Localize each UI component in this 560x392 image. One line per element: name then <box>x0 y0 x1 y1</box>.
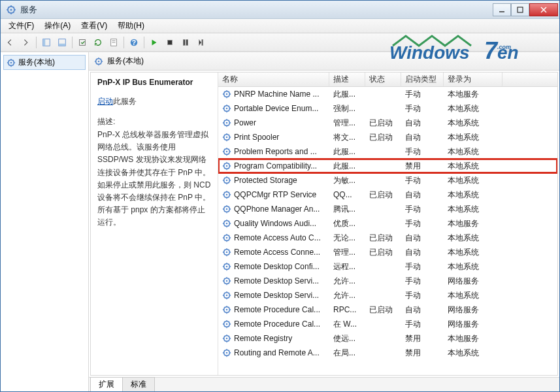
service-startup: 自动 <box>401 247 444 258</box>
service-startup: 手动 <box>401 89 444 100</box>
gear-icon <box>222 104 231 113</box>
gear-icon <box>222 204 231 214</box>
properties-button[interactable] <box>107 35 121 50</box>
service-name: QQPCMgr RTP Service <box>234 190 316 199</box>
gear-icon <box>222 291 231 300</box>
service-logon: 本地系统 <box>444 204 502 215</box>
service-row[interactable]: Routing and Remote A...在局...禁用本地系统 <box>218 346 557 360</box>
gear-icon <box>222 276 231 286</box>
col-desc[interactable]: 描述 <box>329 73 365 86</box>
menu-action[interactable]: 操作(A) <box>39 19 76 33</box>
service-desc: 远程... <box>329 261 365 272</box>
show-tree-button[interactable] <box>39 35 54 50</box>
start-suffix: 此服务 <box>113 97 137 106</box>
description-text: PnP-X 总线枚举器服务管理虚拟网络总线。该服务使用 SSDP/WS 发现协议… <box>97 129 211 229</box>
pause-service-button[interactable] <box>178 35 193 50</box>
service-list: 名称 描述 状态 启动类型 登录为 PNRP Machine Name ...此… <box>218 73 557 375</box>
toolbar <box>1 33 559 52</box>
service-row[interactable]: Print Spooler将文...已启动自动本地系统 <box>218 130 557 144</box>
col-name[interactable]: 名称 <box>218 73 329 86</box>
tree-pane: 服务(本地) <box>1 52 89 391</box>
menu-help[interactable]: 帮助(H) <box>112 19 150 33</box>
gear-icon <box>94 57 103 66</box>
gear-icon <box>222 262 231 271</box>
close-button[interactable] <box>529 3 558 16</box>
service-name: Protected Storage <box>234 176 297 185</box>
tree-item-label: 服务(本地) <box>18 57 55 68</box>
service-row[interactable]: Remote Procedure Cal...RPC...已启动自动网络服务 <box>218 302 557 317</box>
help-button[interactable] <box>127 35 141 50</box>
service-row[interactable]: PNRP Machine Name ...此服...手动本地服务 <box>218 87 557 101</box>
service-logon: 本地系统 <box>444 146 502 157</box>
refresh-button[interactable] <box>91 35 105 50</box>
list-body[interactable]: PNRP Machine Name ...此服...手动本地服务Portable… <box>218 87 557 375</box>
col-startup[interactable]: 启动类型 <box>401 73 444 86</box>
menu-view[interactable]: 查看(V) <box>76 19 112 33</box>
service-name: Remote Procedure Cal... <box>234 319 320 329</box>
tree-item-services-local[interactable]: 服务(本地) <box>3 55 86 70</box>
service-row[interactable]: Protected Storage为敏...手动本地系统 <box>218 173 557 188</box>
service-startup: 自动 <box>401 233 444 244</box>
service-status: 已启动 <box>365 189 401 201</box>
service-row[interactable]: QQPhone Manager An...腾讯...手动本地系统 <box>218 202 557 216</box>
service-startup: 自动 <box>401 304 444 316</box>
service-status: 已启动 <box>365 132 401 143</box>
service-row[interactable]: Remote Desktop Servi...允许...手动本地系统 <box>218 288 557 302</box>
service-row[interactable]: QQPCMgr RTP ServiceQQ...已启动自动本地系统 <box>218 188 557 202</box>
restart-service-button[interactable] <box>194 35 208 50</box>
service-name: Program Compatibility... <box>234 161 317 171</box>
start-service-link[interactable]: 启动 <box>97 97 113 106</box>
service-row[interactable]: Problem Reports and ...此服...手动本地系统 <box>218 144 557 159</box>
service-row[interactable]: Remote Access Auto C...无论...已启动自动本地系统 <box>218 231 557 245</box>
maximize-button[interactable] <box>511 3 529 16</box>
back-button[interactable] <box>3 35 18 50</box>
service-logon: 本地系统 <box>444 348 502 359</box>
start-service-button[interactable] <box>147 35 161 50</box>
service-logon: 本地系统 <box>444 161 502 172</box>
export-button[interactable] <box>75 35 90 50</box>
service-row[interactable]: Remote Registry使远...禁用本地服务 <box>218 331 557 346</box>
service-row[interactable]: Remote Access Conne...管理...已启动自动本地系统 <box>218 245 557 259</box>
tab-extended[interactable]: 扩展 <box>90 377 123 391</box>
gear-icon <box>222 90 231 99</box>
service-startup: 自动 <box>401 189 444 201</box>
menu-file[interactable]: 文件(F) <box>3 19 39 33</box>
service-startup: 手动 <box>401 290 444 301</box>
gear-icon <box>222 233 231 242</box>
gear-icon <box>222 348 231 357</box>
description-label: 描述: <box>97 116 211 127</box>
selected-service-title: PnP-X IP Bus Enumerator <box>97 78 211 87</box>
service-desc: 此服... <box>329 161 365 172</box>
service-name: Remote Desktop Confi... <box>234 262 320 271</box>
service-name: Power <box>234 118 256 127</box>
show-detail-button[interactable] <box>55 35 69 50</box>
gear-icon <box>7 58 16 67</box>
col-status[interactable]: 状态 <box>365 73 401 86</box>
minimize-button[interactable] <box>493 3 511 16</box>
service-row[interactable]: Quality Windows Audi...优质...手动本地服务 <box>218 216 557 231</box>
service-startup: 手动 <box>401 103 444 114</box>
service-desc: 管理... <box>329 118 365 129</box>
service-logon: 本地系统 <box>444 261 502 272</box>
detail-pane: PnP-X IP Bus Enumerator 启动此服务 描述: PnP-X … <box>91 73 218 375</box>
service-row[interactable]: Remote Procedure Cal...在 W...手动网络服务 <box>218 317 557 331</box>
service-row[interactable]: Remote Desktop Confi...远程...手动本地系统 <box>218 259 557 274</box>
service-startup: 手动 <box>401 218 444 229</box>
gear-icon <box>222 161 231 171</box>
service-desc: 强制... <box>329 103 365 114</box>
stop-service-button[interactable] <box>163 35 177 50</box>
service-logon: 本地系统 <box>444 103 502 114</box>
services-window: 服务 文件(F) 操作(A) 查看(V) 帮助(H) <box>0 0 560 392</box>
app-icon <box>6 5 16 15</box>
service-row[interactable]: Power管理...已启动自动本地系统 <box>218 116 557 130</box>
service-row[interactable]: Program Compatibility...此服...禁用本地系统 <box>218 159 557 173</box>
service-name: Quality Windows Audi... <box>234 219 316 228</box>
forward-button[interactable] <box>19 35 33 50</box>
service-desc: 为敏... <box>329 175 365 186</box>
gear-icon <box>222 133 231 142</box>
col-logon[interactable]: 登录为 <box>444 73 502 86</box>
service-row[interactable]: Remote Desktop Servi...允许...手动网络服务 <box>218 274 557 288</box>
gear-icon <box>222 190 231 199</box>
tab-standard[interactable]: 标准 <box>122 377 155 391</box>
service-row[interactable]: Portable Device Enum...强制...手动本地系统 <box>218 101 557 116</box>
